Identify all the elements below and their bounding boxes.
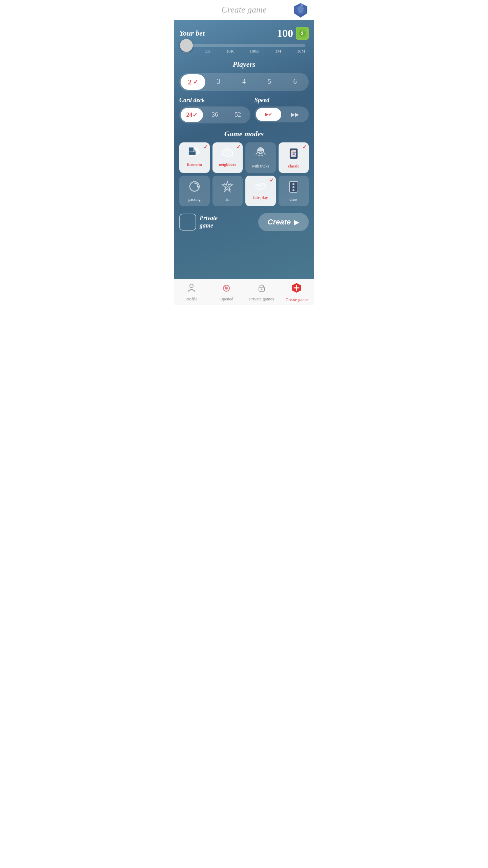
bet-value-row: 100 $	[277, 27, 309, 40]
deck-speed-section: Card deck 24✓ 36 52 Speed ▶✓ ▶▶	[179, 97, 309, 123]
slider-label-100k: 100K	[249, 48, 259, 54]
deck-title: Card deck	[179, 97, 250, 104]
draw-label: draw	[289, 197, 298, 202]
svg-line-15	[256, 152, 258, 155]
all-label: all	[225, 197, 229, 202]
svg-point-14	[258, 148, 264, 152]
players-option-2[interactable]: 2 ✓	[181, 74, 205, 90]
opened-icon	[221, 282, 231, 295]
draw-icon	[288, 180, 300, 195]
create-game-label: Create game	[286, 297, 308, 302]
header-title: Create game	[222, 5, 267, 15]
private-game-checkbox[interactable]	[179, 214, 196, 231]
check-throw-in: ✓	[203, 144, 208, 150]
svg-text:🃏: 🃏	[290, 150, 298, 157]
slider-label-10m: 10M	[297, 48, 305, 54]
svg-point-17	[259, 152, 260, 154]
svg-point-35	[261, 289, 262, 290]
passing-icon	[188, 180, 201, 195]
players-title: Players	[179, 60, 309, 69]
mode-passing[interactable]: passing	[179, 176, 210, 206]
slider-thumb[interactable]	[180, 39, 193, 52]
players-option-5[interactable]: 5	[257, 74, 282, 90]
private-game-section: Privategame	[179, 214, 218, 231]
profile-icon	[186, 282, 197, 295]
mode-classic[interactable]: ✓ 🃏 classic	[279, 142, 309, 173]
nav-private-games[interactable]: Private games	[244, 282, 279, 302]
mode-throw-in[interactable]: ✓ throw-in	[179, 142, 210, 173]
deck-option-24[interactable]: 24✓	[181, 108, 203, 122]
gem-icon	[292, 2, 309, 18]
svg-point-31	[190, 284, 193, 288]
speed-option-fast[interactable]: ▶▶	[282, 108, 307, 121]
neighbors-icon	[221, 146, 234, 160]
svg-point-29	[292, 186, 294, 188]
deck-option-36[interactable]: 36	[204, 108, 226, 122]
svg-text:$: $	[301, 31, 304, 36]
speed-option-normal[interactable]: ▶✓	[256, 108, 281, 121]
svg-rect-9	[188, 147, 194, 152]
profile-label: Profile	[185, 296, 197, 302]
game-modes-title: Game modes	[179, 130, 309, 138]
svg-point-33	[224, 285, 226, 288]
svg-line-26	[260, 186, 262, 186]
main-content: Your bet 100 $ 100 1K 10K 100K 1M 10M	[174, 20, 314, 279]
speed-title: Speed	[255, 97, 309, 104]
fair-play-label: fair play	[253, 195, 268, 200]
nav-profile[interactable]: Profile	[174, 282, 209, 302]
throw-in-label: throw-in	[187, 162, 202, 167]
slider-label-10k: 10K	[226, 48, 233, 54]
deck-option-52[interactable]: 52	[227, 108, 249, 122]
opened-label: Opened	[220, 296, 233, 302]
mode-draw[interactable]: draw	[279, 176, 309, 206]
slider-label-1m: 1M	[275, 48, 281, 54]
nav-create-game[interactable]: Create game	[279, 282, 314, 302]
players-option-6[interactable]: 6	[283, 74, 307, 90]
passing-label: passing	[188, 197, 201, 202]
app-header: Create game	[174, 0, 314, 20]
bottom-nav: Profile Opened Private games	[174, 279, 314, 305]
create-button-arrow: ▶	[294, 218, 299, 226]
bet-label: Your bet	[179, 29, 205, 38]
create-game-icon	[291, 282, 302, 296]
check-neighbors: ✓	[236, 144, 241, 150]
all-icon	[221, 180, 234, 195]
players-option-4[interactable]: 4	[231, 74, 256, 90]
tricks-icon	[254, 146, 267, 162]
mode-with-tricks[interactable]: with tricks	[245, 142, 276, 173]
bottom-action-row: Privategame Create ▶	[179, 213, 309, 231]
bet-coin-icon: $	[296, 27, 309, 40]
check-fair-play: ✓	[269, 177, 274, 183]
create-button-label: Create	[268, 218, 291, 226]
speed-selector: ▶✓ ▶▶	[255, 106, 309, 122]
deck-selector: 24✓ 36 52	[179, 106, 250, 123]
svg-point-30	[292, 189, 294, 191]
private-game-label: Privategame	[200, 215, 218, 229]
classic-label: classic	[288, 164, 299, 169]
svg-marker-12	[225, 150, 230, 155]
speed-section: Speed ▶✓ ▶▶	[255, 97, 309, 123]
check-classic: ✓	[302, 144, 307, 150]
nav-opened[interactable]: Opened	[209, 282, 244, 302]
private-games-label: Private games	[249, 296, 274, 302]
slider-label-1k: 1K	[205, 48, 210, 54]
fair-play-icon	[253, 180, 268, 193]
slider-labels: 100 1K 10K 100K 1M 10M	[183, 48, 305, 54]
bet-section: Your bet 100 $	[179, 27, 309, 40]
throw-in-icon	[188, 146, 201, 160]
svg-point-28	[292, 183, 294, 185]
bet-value: 100	[277, 27, 293, 40]
mode-fair-play[interactable]: ✓ fair play	[245, 176, 276, 206]
mode-neighbors[interactable]: ✓ neighbors	[212, 142, 243, 173]
tricks-label: with tricks	[252, 164, 269, 169]
bet-slider[interactable]: 100 1K 10K 100K 1M 10M	[179, 44, 309, 54]
mode-all[interactable]: all	[212, 176, 243, 206]
players-selector: 2 ✓ 3 4 5 6	[179, 73, 309, 91]
check-icon-2: ✓	[193, 78, 198, 86]
game-modes-grid: ✓ throw-in ✓ neighbors	[179, 142, 309, 206]
svg-line-16	[263, 152, 265, 155]
players-option-3[interactable]: 3	[206, 74, 231, 90]
create-button[interactable]: Create ▶	[258, 213, 309, 231]
deck-section: Card deck 24✓ 36 52	[179, 97, 250, 123]
private-games-icon	[257, 282, 267, 295]
